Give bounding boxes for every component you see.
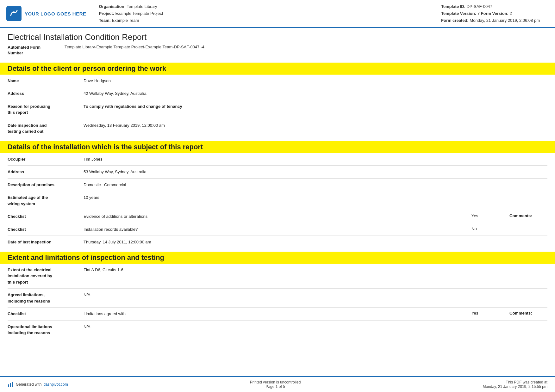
footer-right-line2: Monday, 21 January 2019, 2:15:55 pm [483,384,547,389]
table-row: Extent of the electricalinstallation cov… [8,264,547,289]
footer-center-line1: Printed version is uncontrolled [250,380,301,384]
form-number-label: Automated Form Number [8,45,65,56]
row-value: Domestic Commercial [84,182,547,188]
row-value: 53 Wallaby Way, Sydney, Australia [84,169,547,175]
svg-rect-2 [8,384,9,387]
form-number-value: Template Library-Example Template Projec… [65,45,204,49]
logo-icon [6,6,22,21]
footer-center: Printed version is uncontrolled Page 1 o… [250,380,301,389]
main-title: Electrical Installation Condition Report [8,32,547,42]
section3-header: Extent and limitations of inspection and… [0,252,555,264]
row-value: Tim Jones [84,156,547,162]
template-version-value: 7 [477,11,480,16]
header: YOUR LOGO GOES HERE Organisation: Templa… [0,0,555,28]
table-row: Address 42 Wallaby Way, Sydney, Australi… [8,87,547,100]
row-label: Date inspection andtesting carried out [8,122,84,135]
row-value: Wednesday, 13 February 2019, 12:00:00 am [84,122,547,129]
template-id-value: DP-SAF-0047 [467,4,492,9]
header-logo: YOUR LOGO GOES HERE [6,3,86,24]
form-created-line: Form created: Monday, 21 January 2019, 2… [441,17,549,24]
section3-title: Extent and limitations of inspection and… [8,254,547,262]
row-label: Extent of the electricalinstallation cov… [8,267,84,285]
project-line: Project: Example Template Project [99,10,441,17]
header-org: Organisation: Template Library Project: … [99,3,441,24]
section2-table: Occupier Tim Jones Address 53 Wallaby Wa… [0,153,555,248]
row-label: Description of premises [8,182,84,188]
table-row: Checklist Limitations agreed with Yes Co… [8,308,547,321]
title-section: Electrical Installation Condition Report… [0,28,555,59]
dashpivot-icon [8,381,14,388]
row-value: N/A [84,324,547,330]
template-version-label: Template Version: [441,11,476,16]
svg-rect-3 [10,383,11,387]
footer-right: This PDF was created at Monday, 21 Janua… [483,380,547,389]
svg-point-1 [13,11,15,13]
table-row: Agreed limitations,including the reasons… [8,289,547,308]
table-row: Reason for producingthis report To compl… [8,100,547,119]
section1-header: Details of the client or person ordering… [0,63,555,75]
row-value: Installation records available? [84,226,471,233]
footer-link[interactable]: dashpivot.com [43,382,68,387]
footer: Generated with dashpivot.com Printed ver… [0,376,555,392]
table-row: Occupier Tim Jones [8,153,547,166]
form-version-label: Form Version: [481,11,508,16]
footer-right-line1: This PDF was created at [483,380,547,384]
header-meta: Template ID: DP-SAF-0047 Template Versio… [441,3,549,24]
row-label: Checklist [8,311,84,317]
row-value: N/A [84,292,547,298]
version-line: Template Version: 7 Form Version: 2 [441,10,549,17]
row-value: 10 years [84,194,547,201]
row-label: Date of last inspection [8,239,84,245]
team-label: Team: [99,18,111,23]
footer-center-line2: Page 1 of 5 [250,384,301,389]
table-row: Checklist Installation records available… [8,223,547,236]
table-row: Name Dave Hodgson [8,75,547,88]
form-created-label: Form created: [441,18,469,23]
svg-rect-0 [6,6,22,21]
row-comments-label: Comments: [509,213,547,218]
row-yes-no: Yes [471,213,509,218]
row-yes-no: Yes [471,311,509,315]
table-row: Date of last inspection Thursday, 14 Jul… [8,236,547,248]
template-id-line: Template ID: DP-SAF-0047 [441,3,549,10]
row-value: Dave Hodgson [84,78,547,84]
section1-table: Name Dave Hodgson Address 42 Wallaby Way… [0,75,555,138]
row-label: Checklist [8,226,84,233]
template-id-label: Template ID: [441,4,465,9]
row-label: Occupier [8,156,84,162]
table-row: Description of premises Domestic Commerc… [8,179,547,192]
footer-left: Generated with dashpivot.com [8,381,68,388]
section2-header: Details of the installation which is the… [0,141,555,153]
content: YOUR LOGO GOES HERE Organisation: Templa… [0,0,555,364]
footer-generated-text: Generated with [16,382,41,387]
form-version-value: 2 [510,11,512,16]
project-label: Project: [99,11,114,16]
table-row: Date inspection andtesting carried out W… [8,119,547,138]
form-number-row: Automated Form Number Template Library-E… [8,45,547,56]
row-value: Limitations agreed with [84,311,471,317]
team-value: Example Team [112,18,139,23]
row-value: Flat A D6, Circuits 1-6 [84,267,547,273]
row-label: Reason for producingthis report [8,103,84,116]
row-label: Operational limitationsincluding the rea… [8,324,84,336]
row-value: Evidence of additions or alterations [84,213,471,220]
org-label: Organisation: [99,4,126,9]
row-label: Address [8,90,84,97]
row-yes-no: No [471,226,509,231]
form-created-value: Monday, 21 January 2019, 2:06:08 pm [470,18,540,23]
row-label: Address [8,169,84,175]
row-value: Thursday, 14 July 2011, 12:00:00 am [84,239,547,245]
row-comments-label: Comments: [509,311,547,315]
row-label: Name [8,78,84,84]
table-row: Estimated age of thewiring system 10 yea… [8,191,547,210]
row-label: Checklist [8,213,84,220]
table-row: Operational limitationsincluding the rea… [8,321,547,339]
project-value: Example Template Project [115,11,163,16]
section3-table: Extent of the electricalinstallation cov… [0,264,555,339]
table-row: Address 53 Wallaby Way, Sydney, Australi… [8,166,547,179]
table-row: Checklist Evidence of additions or alter… [8,210,547,223]
section2-title: Details of the installation which is the… [8,143,547,151]
row-label: Estimated age of thewiring system [8,194,84,207]
row-value: 42 Wallaby Way, Sydney, Australia [84,90,547,97]
page-wrapper: YOUR LOGO GOES HERE Organisation: Templa… [0,0,555,392]
